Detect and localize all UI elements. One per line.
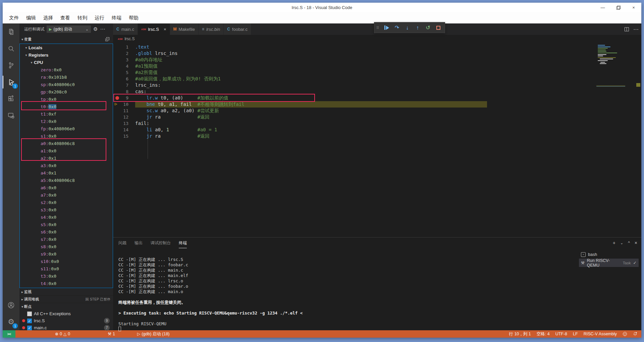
register-row-t4[interactable]: t4: 0x0 [20,280,113,287]
terminal-dropdown-icon[interactable]: ⌄ [620,241,623,245]
breakpoint-checkbox[interactable]: ✓ [27,319,32,323]
remote-indicator[interactable]: >< [3,330,15,338]
panel-tab-问题[interactable]: 问题 [118,237,126,248]
debug-session-status[interactable]: ▷ (gdb) 启动 (18) [137,331,170,337]
maximize-panel-icon[interactable]: ^ [628,241,630,245]
sidebar-item-extensions[interactable] [3,90,19,107]
step-out-button[interactable]: ↑ [413,23,422,32]
gutter[interactable]: 5 [113,69,135,76]
code-line-1[interactable]: 1.text [113,44,641,50]
registers-node[interactable]: ▾Registers [20,51,113,59]
breakpoint-row-main-c[interactable]: ✓main.c7 [19,324,113,331]
register-row-a1[interactable]: a1: 0x0 [20,147,113,154]
gutter[interactable]: 14 [113,127,135,133]
register-row-s4[interactable]: s4: 0x0 [20,213,113,221]
gutter[interactable]: 2 [113,50,135,57]
close-button[interactable]: × [626,3,641,12]
breakpoint-row-all-c-exceptions[interactable]: All C++ Exceptions [19,310,113,317]
new-terminal-icon[interactable]: + [613,240,615,246]
tab-foobar-c[interactable]: Cfoobar.c [224,23,251,35]
panel-tab-输出[interactable]: 输出 [135,237,143,248]
sidebar-item-run-and-debug[interactable]: 1 [3,74,19,90]
register-row-a2[interactable]: a2: 0x1 [20,154,113,162]
breadcrumb[interactable]: ASM lrsc.S [113,35,641,43]
editor-more-actions-icon[interactable]: ⋯ [633,26,639,32]
notifications-bell-icon[interactable] [633,332,637,336]
register-row-gp[interactable]: gp: 0x208c0 [20,88,113,95]
tab-lrsc-bin[interactable]: ≡lrsc.bin [199,23,224,35]
code-line-7[interactable]: 7lrsc_ins: [113,82,641,88]
drag-grip-icon[interactable]: ⠿ [376,27,381,28]
terminal-output[interactable]: CC -[M] 正在构建 ... lrsc.SCC -[M] 正在构建 ... … [113,248,578,330]
register-row-s1[interactable]: s1: 0x0 [20,132,113,140]
continue-button[interactable] [382,23,391,32]
register-row-a0[interactable]: a0: 0x408006c8 [20,140,113,147]
cursor-position[interactable]: 行 10，列 1 [509,331,531,337]
register-row-t3[interactable]: t3: 0x0 [20,272,113,280]
gutter[interactable]: 12 [113,114,135,120]
panel-tab-终端[interactable]: 终端 [179,237,187,248]
breakpoint-checkbox[interactable] [27,312,32,316]
register-row-s2[interactable]: s2: 0x0 [20,199,113,206]
menu-item-帮助[interactable]: 帮助 [125,12,142,23]
register-row-zero[interactable]: zero: 0x0 [20,66,113,73]
code-line-4[interactable]: 4#a1预期值 [113,63,641,69]
problems-status[interactable]: ⊗ 0 △ 0 [55,332,70,336]
split-editor-icon[interactable] [624,27,629,32]
eol-status[interactable]: LF [573,332,578,336]
gutter[interactable]: 9 [113,95,135,101]
restore-button[interactable] [610,3,626,12]
sidebar-item-search[interactable] [3,40,19,57]
tasks-status[interactable]: ⚒ 1 [108,332,115,336]
register-row-s9[interactable]: s9: 0x0 [20,250,113,258]
register-row-ra[interactable]: ra: 0x101b8 [20,73,113,81]
breakpoint-row-lrsc-s[interactable]: ✓lrsc.S9 [19,317,113,324]
code-line-8[interactable]: 8cas: [113,88,641,95]
code-line-15[interactable]: 15 jr ra #返回 [113,133,641,139]
register-row-t2[interactable]: t2: 0x0 [20,118,113,125]
register-row-tp[interactable]: tp: 0x0 [20,95,113,103]
code-line-11[interactable]: 11 sc.w a0, a2, (a0) #尝试更新 [113,108,641,114]
tab-lrsc-S[interactable]: ASMlrsc.S× [138,23,170,35]
menu-item-转到[interactable]: 转到 [74,12,91,23]
code-line-10[interactable]: ▷10 bne t0, a1, fail #不相等则跳转到fail [113,101,641,108]
menu-item-查看[interactable]: 查看 [57,12,74,23]
register-row-a3[interactable]: a3: 0x0 [20,162,113,169]
step-over-button[interactable]: ↷ [392,23,401,32]
gutter[interactable]: 1 [113,44,135,50]
register-row-s7[interactable]: s7: 0x0 [20,235,113,243]
breakpoints-section-header[interactable]: ▾ 断点 [19,303,113,310]
indentation-status[interactable]: 空格: 4 [537,331,550,337]
language-mode[interactable]: RISC-V Assembly [584,332,617,336]
code-line-9[interactable]: 9 lr.w t0, (a0) #加载以前的值 [113,95,641,101]
gutter[interactable]: 7 [113,82,135,88]
gutter[interactable]: 11 [113,108,135,114]
register-row-sp[interactable]: sp: 0x408006c0 [20,81,113,88]
code-line-12[interactable]: 12 jr ra #返回 [113,114,641,120]
code-line-14[interactable]: 14 li a0, 1 #a0 = 1 [113,127,641,133]
minimap[interactable] [598,45,631,82]
start-debug-icon[interactable]: ▶ [49,27,52,31]
menu-item-选择[interactable]: 选择 [40,12,57,23]
account-button[interactable] [3,297,19,314]
terminal-list-item-run-riscv-qemu[interactable]: ⚒Run RISCV-QEMUTask✓ [579,259,639,267]
menu-item-文件[interactable]: 文件 [5,12,22,23]
collapse-all-icon[interactable] [105,37,110,42]
tab-Makefile[interactable]: MMakefile [170,23,199,35]
gutter[interactable]: 13 [113,120,135,127]
variables-tree[interactable]: ▾Locals▾Registers▾CPUzero: 0x0ra: 0x101b… [19,44,113,288]
encoding-status[interactable]: UTF-8 [555,332,567,336]
code-line-13[interactable]: 13fail: [113,120,641,127]
register-row-s6[interactable]: s6: 0x0 [20,228,113,235]
register-row-s3[interactable]: s3: 0x0 [20,206,113,213]
minimize-button[interactable]: — [595,3,610,12]
register-row-s8[interactable]: s8: 0x0 [20,243,113,250]
register-row-t1[interactable]: t1: 0xf [20,110,113,118]
close-tab-icon[interactable]: × [164,27,166,32]
debug-config-dropdown[interactable]: ▶ (gdb) 启动 ⌄ [47,25,91,33]
gutter[interactable]: 15 [113,133,135,139]
register-row-a7[interactable]: a7: 0x0 [20,191,113,199]
gutter[interactable]: 4 [113,63,135,69]
register-row-t5[interactable]: t5: 0x0 [20,287,113,288]
gutter[interactable]: 3 [113,57,135,63]
